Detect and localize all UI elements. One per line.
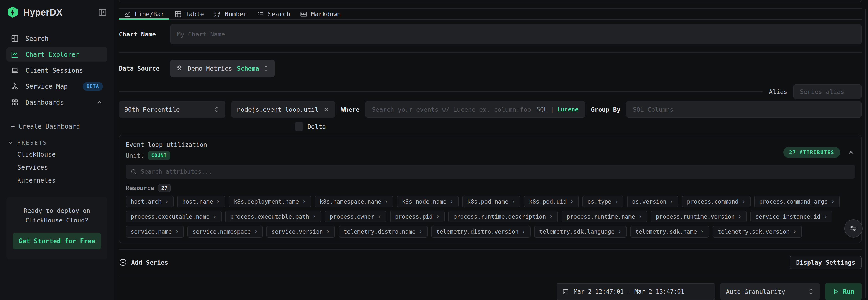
attribute-chip[interactable]: telemetry.sdk.name › <box>630 226 709 238</box>
sidebar-item-search[interactable]: Search <box>6 31 107 46</box>
chevron-up-icon[interactable] <box>847 148 855 156</box>
sql-option[interactable]: SQL <box>536 106 547 113</box>
sliders-icon <box>849 224 858 233</box>
collapse-sidebar-icon[interactable] <box>97 7 107 17</box>
attribute-chip[interactable]: k8s.pod.uid › <box>524 196 579 208</box>
attribute-chip[interactable]: service.name › <box>126 226 184 238</box>
presets-toggle[interactable]: PRESETS <box>8 140 107 146</box>
chevron-right-icon: › <box>436 213 440 220</box>
attribute-chips: host.arch › host.name › k8s.deployment.n… <box>126 196 855 238</box>
attributes-search-input[interactable]: Search attributes... <box>126 165 855 179</box>
play-icon <box>833 288 839 295</box>
schema-link[interactable]: Schema <box>237 65 259 72</box>
tab-line-bar[interactable]: Line/Bar <box>119 9 169 19</box>
sidebar-item-client-sessions[interactable]: Client Sessions <box>6 63 107 78</box>
chevron-right-icon: › <box>742 198 745 205</box>
hierarchy-icon <box>11 82 20 91</box>
data-source-value: Demo Metrics <box>188 65 237 72</box>
alias-input[interactable]: Series alias <box>793 84 862 99</box>
unit-row: Unit: COUNT <box>126 152 207 160</box>
chevron-right-icon: › <box>384 198 388 205</box>
tab-number[interactable]: 1 2 3 Number <box>209 9 252 19</box>
tab-search[interactable]: Search <box>252 9 295 19</box>
delta-checkbox[interactable] <box>294 122 303 131</box>
chevron-right-icon: › <box>216 198 220 205</box>
attribute-chip[interactable]: process.command › <box>682 196 750 208</box>
metric-chip[interactable]: nodejs.event_loop.util <box>231 101 335 118</box>
time-range-picker[interactable]: Mar 2 12:47:01 - Mar 2 13:47:01 <box>557 283 715 300</box>
attribute-chip[interactable]: process.executable.path › <box>225 211 321 222</box>
app-title: HyperDX <box>23 7 97 18</box>
presets-list: ClickHouse Services Kubernetes <box>6 148 107 187</box>
feedback-floating-button[interactable] <box>844 219 863 238</box>
line-chart-icon <box>124 10 131 18</box>
promo-text: Ready to deploy on ClickHouse Cloud? <box>13 206 101 225</box>
attribute-chip[interactable]: k8s.node.name › <box>397 196 459 208</box>
where-search-input[interactable]: Search your events w/ Lucene ex. column:… <box>365 101 585 118</box>
svg-text:3: 3 <box>217 14 219 18</box>
add-series-button[interactable]: Add Series <box>119 258 168 267</box>
attribute-chip[interactable]: host.name › <box>177 196 225 208</box>
attribute-chip[interactable]: process.pid › <box>390 211 445 222</box>
metric-attributes-panel: Event loop utilization Unit: COUNT 27 AT… <box>119 135 862 243</box>
group-by-input[interactable]: SQL Columns <box>626 101 862 118</box>
resource-group-label: Resource <box>126 185 154 191</box>
sidebar-item-label: Search <box>26 35 49 43</box>
attributes-header: Event loop utilization Unit: COUNT 27 AT… <box>126 141 855 160</box>
run-button[interactable]: Run <box>825 283 862 300</box>
attribute-chip[interactable]: telemetry.distro.name › <box>339 226 428 238</box>
tab-markdown[interactable]: Markdown <box>295 9 346 19</box>
close-icon[interactable] <box>323 106 330 112</box>
series-footer-row: Add Series Display Settings <box>119 256 862 269</box>
attribute-chip[interactable]: process.runtime.description › <box>448 211 558 222</box>
attribute-chip[interactable]: telemetry.sdk.language › <box>534 226 627 238</box>
chevron-right-icon: › <box>549 213 553 220</box>
attribute-chip[interactable]: process.executable.name › <box>126 211 222 222</box>
chevron-down-icon <box>8 140 14 146</box>
tab-table[interactable]: Table <box>169 9 209 19</box>
attribute-chip[interactable]: process.owner › <box>325 211 386 222</box>
data-source-label: Data Source <box>119 65 170 72</box>
attribute-chip[interactable]: process.runtime.name › <box>561 211 647 222</box>
sidebar-item-chart-explorer[interactable]: Chart Explorer <box>6 48 107 61</box>
preset-item[interactable]: Kubernetes <box>6 174 107 187</box>
run-label: Run <box>843 288 855 295</box>
sidebar-item-dashboards[interactable]: Dashboards <box>6 95 107 109</box>
data-source-select[interactable]: Demo Metrics Schema <box>170 60 275 77</box>
preset-item[interactable]: ClickHouse <box>6 148 107 161</box>
create-dashboard-button[interactable]: + Create Dashboard <box>7 121 107 132</box>
attribute-chip[interactable]: host.arch › <box>126 196 174 208</box>
attribute-chip[interactable]: service.version › <box>267 226 335 238</box>
chart-name-row: Chart Name My Chart Name <box>119 24 862 44</box>
preset-item[interactable]: Services <box>6 161 107 174</box>
scrollbar[interactable] <box>865 9 866 298</box>
chevron-right-icon: › <box>175 228 179 235</box>
beta-badge: BETA <box>83 82 103 91</box>
attribute-chip[interactable]: process.runtime.version › <box>651 211 747 222</box>
lucene-option[interactable]: Lucene <box>557 106 579 113</box>
granularity-select[interactable]: Auto Granularity <box>720 283 820 300</box>
tab-label: Line/Bar <box>135 10 164 18</box>
metric-name: nodejs.event_loop.util <box>237 106 318 113</box>
attribute-chip[interactable]: os.type › <box>583 196 623 208</box>
chevron-right-icon: › <box>450 198 454 205</box>
attribute-chip[interactable]: k8s.deployment.name › <box>229 196 311 208</box>
attribute-chip[interactable]: telemetry.distro.version › <box>431 226 531 238</box>
group-by-placeholder: SQL Columns <box>633 106 674 113</box>
aggregation-select[interactable]: 90th Percentile <box>119 101 225 118</box>
logo-row: HyperDX <box>6 6 107 19</box>
attribute-chip[interactable]: k8s.namespace.name › <box>315 196 394 208</box>
display-settings-button[interactable]: Display Settings <box>790 256 862 269</box>
attribute-chip[interactable]: os.version › <box>627 196 678 208</box>
granularity-value: Auto Granularity <box>726 288 808 295</box>
attribute-chip[interactable]: telemetry.sdk.version › <box>713 226 802 238</box>
sidebar-item-service-map[interactable]: Service Map BETA <box>6 79 107 93</box>
chart-name-input[interactable]: My Chart Name <box>170 24 862 44</box>
attribute-chip[interactable]: service.namespace › <box>187 226 263 238</box>
attribute-chip[interactable]: k8s.pod.name › <box>462 196 520 208</box>
unit-label: Unit: <box>126 152 144 159</box>
query-language-toggle[interactable]: SQL | Lucene <box>536 106 579 113</box>
attribute-chip[interactable]: process.command_args › <box>754 196 840 208</box>
get-started-button[interactable]: Get Started for Free <box>13 233 101 249</box>
attribute-chip[interactable]: service.instance.id › <box>750 211 833 222</box>
